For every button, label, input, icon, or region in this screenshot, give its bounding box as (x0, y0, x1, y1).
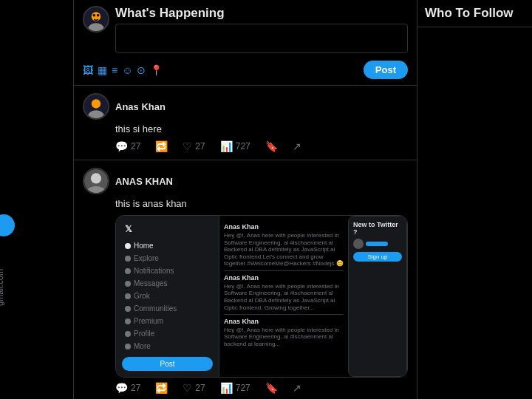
embed-nav-home: Home (122, 239, 213, 252)
notif-label: Notifications (134, 267, 174, 275)
embed-nav-messages: Messages (122, 277, 213, 290)
embed-right-content: Anas Khan Hey @!, Anas here with people … (219, 216, 348, 377)
like-count-2: 27 (195, 383, 205, 393)
bookmark-action[interactable]: 🔖 (265, 140, 278, 152)
retweet-icon-2: 🔁 (155, 382, 168, 394)
x-logo-icon: 𝕏 (125, 224, 132, 234)
home-dot-icon (125, 243, 131, 249)
retweet-action[interactable]: 🔁 (155, 140, 168, 152)
share-icon: ↗ (293, 140, 301, 152)
profile-dot-icon (125, 331, 131, 337)
grok-dot-icon (125, 293, 131, 299)
views-icon-2: 📊 (220, 382, 233, 394)
embed-tweet-text-2: Hey @!, Anas here with people interested… (224, 283, 344, 311)
tweet-avatar-2 (83, 168, 109, 194)
premium-label: Premium (134, 317, 163, 325)
tweet-text-2: this is anas khan (115, 197, 408, 211)
embed-nav-premium: Premium (122, 315, 213, 327)
tweet-actions-2: 💬 27 🔁 ♡ 27 📊 727 🔖 ↗ (115, 382, 408, 394)
retweet-action-2[interactable]: 🔁 (155, 382, 168, 394)
svg-point-9 (91, 174, 101, 184)
reply-action-2[interactable]: 💬 27 (115, 382, 140, 394)
reply-icon: 💬 (115, 140, 128, 152)
emoji-icon[interactable]: ☺ (122, 64, 132, 76)
embed-nav-grok: Grok (122, 290, 213, 302)
tweet-avatar (83, 93, 109, 120)
svg-point-6 (92, 99, 100, 108)
embed-nav-notifications: Notifications (122, 265, 213, 277)
comm-label: Communities (134, 304, 177, 313)
tweet-header: Anas Khan (83, 93, 408, 120)
main-feed: What's Happening 🖼 ▦ ≡ ☺ ⊙ 📍 Post (74, 0, 417, 399)
more-dot-icon (125, 344, 131, 349)
explore-label: Explore (134, 254, 159, 262)
like-icon-2: ♡ (183, 382, 192, 394)
svg-point-4 (97, 14, 100, 17)
embed-nav-profile: Profile (122, 327, 213, 340)
bookmark-action-2[interactable]: 🔖 (265, 382, 278, 394)
like-icon: ♡ (183, 140, 192, 152)
bookmark-icon: 🔖 (265, 140, 278, 152)
reply-icon-2: 💬 (115, 382, 128, 394)
compose-area: What's Happening 🖼 ▦ ≡ ☺ ⊙ 📍 Post (74, 0, 417, 86)
image-icon[interactable]: 🖼 (83, 64, 93, 76)
embed-nav-more: More (122, 340, 213, 352)
embed-tweet-text-1: Hey @!, Anas here with people interested… (224, 232, 344, 267)
views-action-2[interactable]: 📊 727 (220, 382, 250, 394)
compose-avatar (83, 6, 109, 33)
embed-tweet-name-3: Anas Khan (224, 318, 344, 327)
embed-nav-explore: Explore (122, 252, 213, 265)
compose-title: What's Happening (115, 6, 408, 21)
embed-tweet-1: Anas Khan Hey @!, Anas here with people … (224, 220, 344, 271)
tweet-username: Anas Khan (115, 101, 408, 112)
embed-post-button[interactable]: Post (122, 357, 213, 371)
tweet-text: this si here (115, 123, 408, 136)
view-count-2: 727 (236, 383, 250, 393)
embed-left-sidebar: 𝕏 Home Explore Notifications Messages (116, 216, 219, 377)
gif-icon[interactable]: ▦ (98, 64, 107, 76)
new-twitter-signup-btn[interactable]: Sign up (353, 252, 402, 262)
tweet-username-2: ANAS KHAN (115, 176, 408, 187)
new-to-twitter-panel: New to Twitter ? Sign up (348, 216, 407, 377)
new-twitter-bar (366, 242, 388, 246)
reply-action[interactable]: 💬 27 (115, 140, 140, 152)
svg-point-3 (93, 14, 96, 17)
tweet-user-info-2: ANAS KHAN (115, 176, 408, 187)
new-twitter-title: New to Twitter ? (353, 221, 402, 236)
tweet-card-embed: ANAS KHAN this is anas khan 𝕏 Home Explo… (74, 160, 417, 399)
view-count: 727 (236, 141, 250, 151)
tweet-header-2: ANAS KHAN (83, 168, 408, 194)
location-icon[interactable]: 📍 (150, 64, 163, 76)
like-action-2[interactable]: ♡ 27 (183, 382, 205, 394)
share-action[interactable]: ↗ (293, 140, 301, 152)
grok-label: Grok (134, 292, 150, 300)
profile-label: Profile (134, 330, 154, 338)
compose-toolbar: 🖼 ▦ ≡ ☺ ⊙ 📍 Post (83, 61, 408, 79)
gmail-hint: gmail.com (0, 269, 4, 306)
share-icon-2: ↗ (293, 382, 301, 394)
views-action[interactable]: 📊 727 (220, 140, 250, 152)
compose-header: What's Happening (83, 6, 408, 56)
embed-tweet-name-2: Anas Khan (224, 274, 344, 283)
explore-dot-icon (125, 256, 131, 262)
share-action-2[interactable]: ↗ (293, 382, 301, 394)
right-sidebar: Who To Follow (417, 0, 532, 399)
who-to-follow-header: Who To Follow (417, 0, 532, 27)
poll-icon[interactable]: ≡ (112, 64, 117, 76)
retweet-icon: 🔁 (155, 140, 168, 152)
twitter-ui-embed: 𝕏 Home Explore Notifications Messages (115, 215, 408, 378)
embed-tweet-name-1: Anas Khan (224, 223, 344, 232)
post-button[interactable]: Post (364, 61, 408, 79)
more-label: More (134, 342, 151, 350)
compose-input[interactable] (115, 24, 408, 53)
home-label: Home (134, 242, 154, 250)
comm-dot-icon (125, 306, 131, 312)
like-count: 27 (195, 141, 205, 151)
premium-dot-icon (125, 318, 131, 324)
embed-tweet-text-3: Hey @!, Anas here with people interested… (224, 327, 344, 348)
media-icon[interactable]: ⊙ (137, 64, 146, 76)
tweet-user-info: Anas Khan (115, 101, 408, 112)
bookmark-icon-2: 🔖 (265, 382, 278, 394)
msg-label: Messages (134, 279, 168, 287)
like-action[interactable]: ♡ 27 (183, 140, 205, 152)
